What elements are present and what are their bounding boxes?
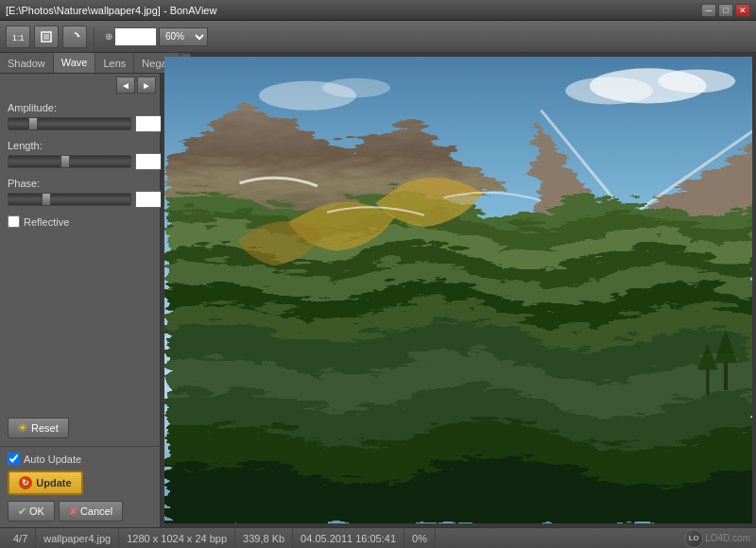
svg-text:1:1: 1:1	[12, 33, 25, 43]
rotate-icon	[68, 30, 81, 43]
zoom-fit-button[interactable]	[34, 26, 59, 48]
svg-rect-12	[706, 368, 709, 395]
phase-slider[interactable]	[8, 193, 131, 206]
status-dimensions: 1280 x 1024 x 24 bpp	[119, 528, 235, 548]
tabs-bar: Shadow Wave Lens Negati ►	[0, 53, 160, 74]
scroll-buttons: ◄ ►	[0, 74, 160, 96]
zoom-label: ⊕	[105, 31, 112, 42]
zoom-control: ⊕ 60% 60% 25% 50% 75% 100%	[105, 27, 208, 46]
reset-section: ✳ Reset	[0, 414, 160, 446]
reset-icon: ✳	[18, 421, 27, 435]
cancel-label: Cancel	[80, 505, 112, 517]
zoom-fit-icon	[40, 30, 53, 43]
toolbar-separator	[94, 27, 94, 46]
reset-button[interactable]: ✳ Reset	[8, 418, 69, 438]
zoom-11-icon: 1:1	[11, 30, 25, 43]
maximize-button[interactable]: □	[718, 4, 733, 17]
logo-text: LO4D.com	[705, 533, 750, 543]
status-zoom: 0%	[404, 528, 436, 548]
amplitude-slider[interactable]	[8, 117, 131, 130]
ok-icon: ✔	[18, 505, 26, 518]
window-controls: ─ □ ✕	[701, 4, 750, 17]
update-icon: ↻	[19, 476, 32, 489]
zoom-input[interactable]: 60%	[114, 27, 157, 46]
update-label: Update	[36, 477, 71, 488]
bottom-controls: Auto Update ↻ Update ✔ OK ✘ Cancel	[0, 446, 160, 527]
image-area	[161, 53, 756, 527]
reflective-row: Reflective	[8, 215, 152, 228]
rotate-button[interactable]	[62, 26, 87, 48]
cancel-button[interactable]: ✘ Cancel	[59, 501, 123, 522]
zoom-dropdown[interactable]: 60% 25% 50% 75% 100%	[159, 27, 208, 46]
scroll-left-button[interactable]: ◄	[116, 77, 135, 94]
phase-control: Phase: 107 ▲ ▼	[8, 178, 152, 208]
logo-icon: LO	[684, 529, 703, 548]
reflective-label: Reflective	[24, 216, 69, 228]
svg-point-7	[565, 77, 653, 105]
length-slider[interactable]	[8, 155, 131, 168]
status-date: 04.05.2011 16:05:41	[293, 528, 404, 548]
tab-wave[interactable]: Wave	[54, 53, 96, 73]
wave-controls: Amplitude: 18 ▲ ▼ Length: 46 ▲	[0, 96, 160, 414]
svg-point-6	[658, 69, 735, 93]
length-slider-row: 46 ▲ ▼	[8, 153, 152, 170]
minimize-button[interactable]: ─	[701, 4, 716, 17]
svg-rect-2	[43, 34, 49, 40]
tab-shadow[interactable]: Shadow	[0, 53, 54, 73]
tab-lens[interactable]: Lens	[95, 53, 134, 73]
main-area: Shadow Wave Lens Negati ► ◄ ► Amplitude:…	[0, 53, 756, 527]
phase-label: Phase:	[8, 178, 152, 189]
action-buttons: ✔ OK ✘ Cancel	[8, 501, 152, 522]
length-control: Length: 46 ▲ ▼	[8, 140, 152, 170]
svg-point-9	[322, 78, 390, 98]
wave-image	[164, 57, 752, 523]
amplitude-label: Amplitude:	[8, 102, 152, 113]
reset-label: Reset	[31, 422, 59, 434]
status-logo: LO LO4D.com	[684, 529, 750, 548]
reflective-checkbox[interactable]	[8, 215, 20, 228]
scroll-right-button[interactable]: ►	[137, 77, 156, 94]
left-panel: Shadow Wave Lens Negati ► ◄ ► Amplitude:…	[0, 53, 161, 527]
close-button[interactable]: ✕	[735, 4, 750, 17]
status-filename: wallpaper4.jpg	[36, 528, 119, 548]
amplitude-control: Amplitude: 18 ▲ ▼	[8, 102, 152, 132]
svg-marker-3	[77, 35, 80, 37]
window-title: [E:\Photos\Nature\wallpaper4.jpg] - BonA…	[6, 5, 216, 16]
auto-update-label: Auto Update	[24, 454, 81, 465]
ok-button[interactable]: ✔ OK	[8, 501, 55, 522]
image-container	[164, 57, 752, 523]
phase-slider-row: 107 ▲ ▼	[8, 191, 152, 208]
update-button[interactable]: ↻ Update	[8, 471, 83, 495]
amplitude-slider-row: 18 ▲ ▼	[8, 115, 152, 132]
title-bar: [E:\Photos\Nature\wallpaper4.jpg] - BonA…	[0, 0, 756, 21]
auto-update-checkbox[interactable]	[8, 453, 20, 465]
length-label: Length:	[8, 140, 152, 151]
cancel-icon: ✘	[69, 505, 77, 518]
toolbar: 1:1 ⊕ 60% 60% 25% 50% 75% 100%	[0, 21, 756, 53]
status-position: 4/7	[6, 528, 36, 548]
ok-label: OK	[29, 505, 44, 517]
auto-update-row: Auto Update	[8, 453, 152, 465]
status-bar: 4/7 wallpaper4.jpg 1280 x 1024 x 24 bpp …	[0, 527, 756, 548]
zoom-11-button[interactable]: 1:1	[6, 26, 30, 48]
status-filesize: 339,8 Kb	[235, 528, 293, 548]
